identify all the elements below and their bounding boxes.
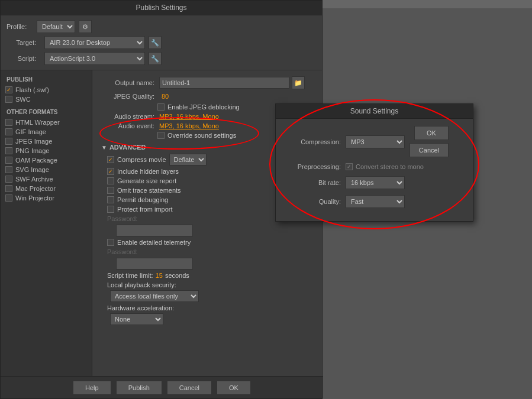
script-time-label: Script time limit: <box>107 272 153 279</box>
output-name-input[interactable] <box>159 77 289 89</box>
local-playback-select[interactable]: Access local files only <box>110 290 199 302</box>
password-label-2: Password: <box>101 248 313 255</box>
profile-settings-icon[interactable]: ⚙ <box>79 20 92 33</box>
gif-checkbox[interactable] <box>5 128 12 135</box>
mac-projector-checkbox[interactable] <box>5 185 12 192</box>
compress-movie-label: Compress movie <box>117 156 166 163</box>
script-select[interactable]: ActionScript 3.0 <box>44 52 145 65</box>
override-sound-label: Override sound settings <box>167 132 236 139</box>
sidebar-item-svg-image[interactable]: SVG Image <box>1 165 92 174</box>
preprocessing-text: Convert stereo to mono <box>356 163 424 170</box>
dialog-content: Compression: MP3 OK Cancel Preprocessing… <box>276 119 473 221</box>
preprocessing-row: Preprocessing: Convert stereo to mono <box>285 163 464 170</box>
sidebar-item-swf-archive[interactable]: SWF Archive <box>1 174 92 184</box>
sound-ok-button[interactable]: OK <box>414 126 449 140</box>
script-settings-icon[interactable]: 🔧 <box>149 52 162 65</box>
sidebar-item-jpeg-image[interactable]: JPEG Image <box>1 137 92 146</box>
compress-movie-checkbox[interactable] <box>107 156 114 163</box>
sidebar-item-mac-projector[interactable]: Mac Projector <box>1 184 92 193</box>
quality-select[interactable]: Fast Medium Best <box>346 195 405 208</box>
sound-settings-title: Sound Settings <box>350 107 398 115</box>
password-input-2[interactable] <box>116 258 193 270</box>
svg-label: SVG Image <box>15 166 49 173</box>
flash-swf-checkbox[interactable] <box>5 86 12 93</box>
compress-movie-select[interactable]: Deflate <box>169 154 207 166</box>
ok-button[interactable]: OK <box>217 381 251 395</box>
output-name-label: Output name: <box>101 79 154 86</box>
oam-checkbox[interactable] <box>5 157 12 164</box>
jpeg-deblocking-checkbox[interactable] <box>157 103 165 111</box>
include-hidden-checkbox[interactable] <box>107 168 114 175</box>
target-select[interactable]: AIR 23.0 for Desktop <box>44 36 145 49</box>
password-input-row-1 <box>101 223 313 236</box>
sidebar-item-gif-image[interactable]: GIF Image <box>1 127 92 137</box>
jpeg-label: JPEG Image <box>15 138 52 145</box>
publish-section-title: PUBLISH <box>1 75 92 85</box>
jpeg-quality-value: 80 <box>162 93 169 100</box>
audio-event-value[interactable]: MP3, 16 kbps, Mono <box>159 122 219 129</box>
preprocessing-checkbox[interactable] <box>346 163 353 170</box>
detailed-telemetry-label: Enable detailed telemetry <box>117 239 191 246</box>
script-time-row: Script time limit: 15 seconds <box>101 272 313 279</box>
swc-checkbox[interactable] <box>5 96 12 103</box>
hardware-row: Hardware acceleration: None <box>101 304 313 325</box>
bit-rate-row: Bit rate: 16 kbps 32 kbps 64 kbps 128 kb… <box>285 176 464 189</box>
publish-button[interactable]: Publish <box>116 381 162 395</box>
cancel-button[interactable]: Cancel <box>167 381 212 395</box>
background-top-strip <box>323 0 532 8</box>
flash-swf-label: Flash (.swf) <box>15 86 49 93</box>
password-input-1[interactable] <box>116 225 193 236</box>
sidebar-item-flash-swf[interactable]: Flash (.swf) <box>1 85 92 95</box>
bottom-bar: Help Publish Cancel OK <box>1 376 323 398</box>
svg-checkbox[interactable] <box>5 166 12 173</box>
protect-import-label: Protect from import <box>117 206 173 213</box>
sidebar-item-oam-package[interactable]: OAM Package <box>1 155 92 165</box>
output-name-row: Output name: 📁 <box>101 76 313 89</box>
swf-archive-checkbox[interactable] <box>5 176 12 183</box>
mac-projector-label: Mac Projector <box>15 185 56 192</box>
bit-rate-select[interactable]: 16 kbps 32 kbps 64 kbps 128 kbps <box>346 176 405 189</box>
publish-settings-window: Publish Settings Profile: Default ⚙ Targ… <box>0 0 323 399</box>
generate-size-label: Generate size report <box>117 177 176 184</box>
override-sound-checkbox[interactable] <box>157 132 165 139</box>
omit-trace-checkbox[interactable] <box>107 187 114 194</box>
compression-select[interactable]: MP3 <box>346 135 405 148</box>
preprocessing-label: Preprocessing: <box>285 163 341 170</box>
sidebar-item-html-wrapper[interactable]: HTML Wrapper <box>1 118 92 127</box>
permit-debugging-checkbox[interactable] <box>107 196 114 203</box>
detailed-telemetry-checkbox[interactable] <box>107 239 114 246</box>
bit-rate-label: Bit rate: <box>285 179 341 186</box>
compression-row: Compression: MP3 OK Cancel <box>285 126 464 157</box>
hardware-label: Hardware acceleration: <box>107 304 174 312</box>
target-settings-icon[interactable]: 🔧 <box>149 36 162 49</box>
win-projector-label: Win Projector <box>15 194 54 202</box>
html-wrapper-label: HTML Wrapper <box>15 119 60 126</box>
generate-size-checkbox[interactable] <box>107 177 114 184</box>
profile-label: Profile: <box>7 23 33 30</box>
protect-import-checkbox[interactable] <box>107 206 114 213</box>
target-row: Target: AIR 23.0 for Desktop 🔧 <box>7 36 316 49</box>
swf-archive-label: SWF Archive <box>15 176 53 183</box>
script-label: Script: <box>7 55 36 62</box>
sidebar-item-png-image[interactable]: PNG Image <box>1 146 92 155</box>
include-hidden-label: Include hidden layers <box>117 168 179 175</box>
sidebar-item-swc[interactable]: SWC <box>1 95 92 104</box>
content-area: PUBLISH Flash (.swf) SWC OTHER FORMATS H… <box>1 70 322 397</box>
help-button[interactable]: Help <box>73 381 111 395</box>
profile-select[interactable]: Default <box>37 20 75 33</box>
permit-debugging-label: Permit debugging <box>117 196 168 203</box>
hardware-select[interactable]: None <box>110 313 163 325</box>
png-checkbox[interactable] <box>5 147 12 154</box>
sidebar: PUBLISH Flash (.swf) SWC OTHER FORMATS H… <box>1 70 92 397</box>
html-wrapper-checkbox[interactable] <box>5 119 12 126</box>
sidebar-item-win-projector[interactable]: Win Projector <box>1 193 92 203</box>
output-folder-icon[interactable]: 📁 <box>292 76 305 89</box>
audio-stream-value[interactable]: MP3, 16 kbps, Mono <box>159 113 219 120</box>
target-label: Target: <box>7 39 36 46</box>
compression-label: Compression: <box>285 138 341 145</box>
jpeg-checkbox[interactable] <box>5 138 12 145</box>
sound-settings-dialog: Sound Settings Compression: MP3 OK Cance… <box>275 103 473 222</box>
local-playback-label: Local playback security: <box>107 281 176 288</box>
sound-cancel-button[interactable]: Cancel <box>410 143 449 157</box>
win-projector-checkbox[interactable] <box>5 194 12 202</box>
